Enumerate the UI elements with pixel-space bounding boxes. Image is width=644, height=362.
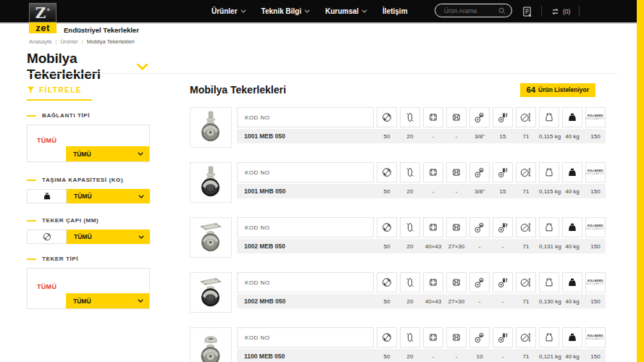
filter-dropdown-ba-lanti-ti-pi[interactable]: TÜMÜ xyxy=(66,146,149,161)
product-table: KOD NOKOLİ ADEDİBOX QUANTITY1001 MEB 050… xyxy=(237,107,606,148)
product-table: KOD NOKOLİ ADEDİBOX QUANTITY1100 MEB 050… xyxy=(237,327,606,362)
search-box[interactable] xyxy=(435,4,512,17)
filter-dropdown-teker-ti-pi[interactable]: TÜMÜ xyxy=(66,293,149,308)
product-row-1002-mhb-050[interactable]: 1002 MHB 050502040×4327×30--710,130 kg40… xyxy=(237,294,606,308)
brand-tagline: Endüstriyel Tekerlekler xyxy=(64,26,139,34)
search-input[interactable] xyxy=(443,7,498,15)
plate-size-icon xyxy=(423,217,443,237)
wheel-diameter-icon xyxy=(27,230,67,244)
nav-item-label: Ürünler xyxy=(212,7,238,15)
product-weight-icon xyxy=(539,107,559,127)
filter-box: TÜMÜTÜMÜ xyxy=(27,125,150,162)
filter-selected-value: TÜMÜ xyxy=(37,283,57,290)
product-value: 20 xyxy=(400,353,420,360)
chevron-down-icon xyxy=(138,235,144,239)
side-accent-strip xyxy=(637,0,644,362)
product-value: 0,115 kg xyxy=(539,133,559,140)
listing-header: Mobilya Tekerlekleri 64 Ürün Listeleniyo… xyxy=(190,80,606,100)
plate-size-icon xyxy=(423,327,443,348)
product-row-1001-mhb-050[interactable]: 1001 MHB 0505020--3/8"15710,115 kg40 kg1… xyxy=(237,184,606,198)
stem-thread-icon xyxy=(469,107,490,127)
breadcrumb-item-anasayfa[interactable]: Anasayfa xyxy=(29,38,51,45)
product-image-swivel-bolt-hole-caster-gray[interactable] xyxy=(190,327,232,362)
product-value: 0,130 kg xyxy=(539,298,559,305)
product-weight-icon xyxy=(539,217,559,237)
wheel-diameter-icon xyxy=(377,217,397,237)
wheel-width-icon xyxy=(400,272,420,292)
product-row-1100-meb-050[interactable]: 1100 MEB 0505020--10-710,121 kg40 kg150 xyxy=(237,349,606,362)
product-weight-icon xyxy=(539,327,559,348)
top-bar: ÜrünlerTeknik BilgiKurumsalİletişim (0) xyxy=(0,0,644,24)
product-row-1001-meb-050[interactable]: 1001 MEB 0505020--3/8"15710,115 kg40 kg1… xyxy=(237,129,606,143)
product-groups: KOD NOKOLİ ADEDİBOX QUANTITY1001 MEB 050… xyxy=(190,107,606,362)
product-image-swivel-stem-caster-gray[interactable] xyxy=(190,107,232,148)
stem-length-icon xyxy=(493,162,513,182)
product-value: 71 xyxy=(516,243,536,250)
product-value: - xyxy=(423,353,443,360)
product-image-swivel-stem-caster-black[interactable] xyxy=(190,162,232,203)
filter-sidebar: FİLTRELE BAĞLANTI TİPİTÜMÜTÜMÜTAŞIMA KAP… xyxy=(27,84,150,309)
product-value: 20 xyxy=(400,133,420,140)
product-row-1002-meb-050[interactable]: 1002 MEB 050502040×4327×30--710,131 kg40… xyxy=(237,239,606,253)
product-value: - xyxy=(446,188,467,195)
search-icon[interactable] xyxy=(498,4,506,17)
filter-selected-value: TÜMÜ xyxy=(37,137,57,144)
product-value: 3/8" xyxy=(469,133,490,140)
total-height-icon xyxy=(516,162,536,182)
product-group: KOD NOKOLİ ADEDİBOX QUANTITY1001 MEB 050… xyxy=(190,107,606,148)
filter-section-ta-ima-kapasi-tesi-kg: TAŞIMA KAPASİTESİ (KG)TÜMÜ xyxy=(27,177,150,203)
product-value: 20 xyxy=(400,188,420,195)
product-image-swivel-plate-caster-gray[interactable] xyxy=(190,217,232,258)
hole-distance-icon xyxy=(446,162,467,182)
stem-length-icon xyxy=(493,107,513,127)
brand-logo[interactable]: Z® zet xyxy=(29,3,57,33)
kod-no-header: KOD NO xyxy=(237,272,374,292)
product-value: 50 xyxy=(377,298,397,305)
compare-button[interactable]: (0) xyxy=(551,7,570,16)
nav-item-kurumsal[interactable]: Kurumsal xyxy=(325,7,367,15)
plate-size-icon xyxy=(423,162,443,182)
breadcrumb-item-mobilya-tekerlekleri[interactable]: Mobilya Tekerlekleri xyxy=(87,38,135,45)
filter-section-ba-lanti-ti-pi: BAĞLANTI TİPİTÜMÜTÜMÜ xyxy=(27,112,150,162)
product-value: - xyxy=(469,298,490,305)
kod-no-header: KOD NO xyxy=(237,217,374,237)
nav-item-label: Kurumsal xyxy=(325,7,359,15)
product-value: 27×30 xyxy=(446,243,467,250)
product-value: 71 xyxy=(516,298,536,305)
product-code: 1100 MEB 050 xyxy=(237,353,374,360)
chevron-down-icon xyxy=(138,299,143,303)
product-value: - xyxy=(493,353,513,360)
dash-icon xyxy=(27,258,36,260)
stem-length-icon xyxy=(493,272,513,292)
product-group: KOD NOKOLİ ADEDİBOX QUANTITY1002 MHB 050… xyxy=(190,272,606,313)
hole-distance-icon xyxy=(446,217,467,237)
filter-section-teker-api-mm: TEKER ÇAPI (MM)TÜMÜ xyxy=(27,217,150,244)
product-group: KOD NOKOLİ ADEDİBOX QUANTITY1002 MEB 050… xyxy=(190,217,606,258)
document-icon[interactable] xyxy=(522,6,532,17)
product-value: - xyxy=(493,298,513,305)
header-divider xyxy=(541,6,542,17)
compare-count: (0) xyxy=(563,8,570,15)
kod-no-header: KOD NO xyxy=(237,162,374,182)
product-group: KOD NOKOLİ ADEDİBOX QUANTITY1001 MHB 050… xyxy=(190,162,606,203)
hole-distance-icon xyxy=(446,272,467,292)
wheel-diameter-icon xyxy=(377,162,397,182)
stem-thread-icon xyxy=(469,327,490,348)
nav-item-r-nler[interactable]: Ürünler xyxy=(212,7,246,15)
product-value: 0,115 kg xyxy=(539,188,559,195)
nav-item-i-leti-im[interactable]: İletişim xyxy=(382,7,407,15)
filter-dropdown-teker-api-mm[interactable]: TÜMÜ xyxy=(67,230,150,244)
title-divider xyxy=(27,73,617,74)
product-image-swivel-plate-caster-black[interactable] xyxy=(190,272,232,313)
breadcrumb-item-r-nler[interactable]: Ürünler xyxy=(60,38,78,45)
product-listing: Mobilya Tekerlekleri 64 Ürün Listeleniyo… xyxy=(190,80,606,362)
product-value: 0,121 kg xyxy=(539,353,559,360)
compare-icon xyxy=(551,7,560,16)
stem-length-icon xyxy=(493,327,513,348)
load-capacity-icon xyxy=(562,327,582,348)
product-code: 1002 MHB 050 xyxy=(237,298,374,305)
nav-item-teknik-bilgi[interactable]: Teknik Bilgi xyxy=(262,7,310,15)
product-value: 150 xyxy=(585,353,606,360)
chevron-down-icon[interactable] xyxy=(136,63,149,70)
filter-dropdown-ta-ima-kapasi-tesi-kg[interactable]: TÜMÜ xyxy=(67,189,150,203)
